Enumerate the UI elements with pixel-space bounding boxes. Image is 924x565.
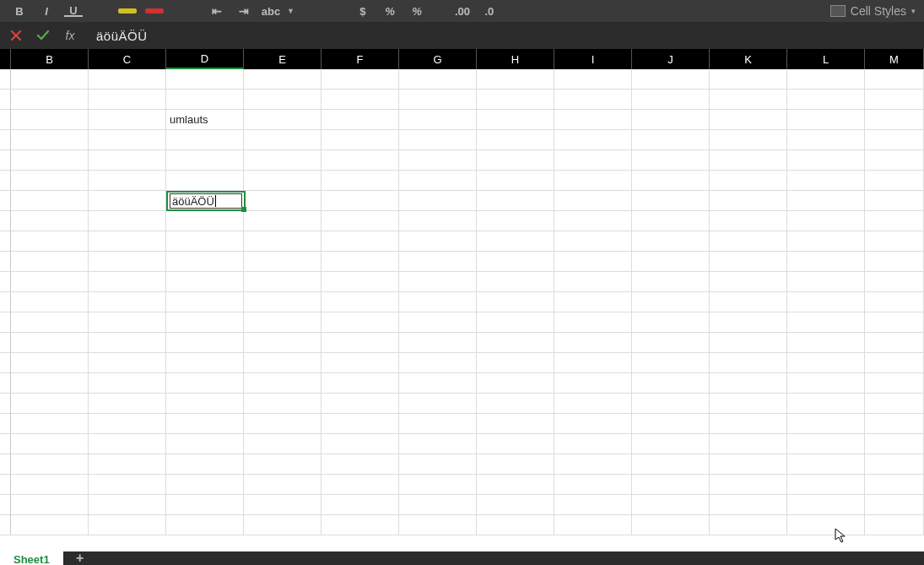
cell[interactable]: [632, 211, 710, 231]
cell[interactable]: [322, 272, 399, 292]
cell[interactable]: [89, 211, 166, 231]
cell[interactable]: [322, 191, 399, 211]
cell[interactable]: [477, 211, 554, 231]
cell[interactable]: [11, 394, 89, 414]
cell[interactable]: [11, 150, 89, 171]
cell[interactable]: [89, 312, 166, 333]
cell-styles-dropdown[interactable]: Cell Styles ▾: [830, 4, 916, 18]
cell[interactable]: [11, 211, 89, 231]
cell[interactable]: [89, 130, 166, 150]
cell[interactable]: [865, 171, 924, 191]
active-cell-editor[interactable]: äöüÄÖÜ: [166, 191, 246, 211]
cell[interactable]: [244, 292, 322, 312]
cell[interactable]: [865, 495, 924, 515]
cell[interactable]: [166, 69, 244, 90]
cell[interactable]: [632, 333, 710, 353]
cell[interactable]: [244, 373, 322, 394]
cell[interactable]: [89, 495, 166, 515]
cell[interactable]: [166, 373, 244, 394]
cell[interactable]: [11, 333, 89, 353]
cell[interactable]: [89, 191, 166, 211]
cell[interactable]: [477, 454, 554, 475]
cell[interactable]: [166, 333, 244, 353]
cell[interactable]: [710, 312, 787, 333]
cell[interactable]: [865, 150, 924, 171]
cell[interactable]: [554, 191, 632, 211]
cell[interactable]: [322, 69, 399, 90]
cell[interactable]: [89, 292, 166, 312]
percent-button-1[interactable]: %: [379, 3, 401, 19]
cell[interactable]: [89, 434, 166, 454]
cell[interactable]: [554, 454, 632, 475]
cell[interactable]: [166, 211, 244, 231]
cell[interactable]: [89, 475, 166, 495]
col-header-J[interactable]: J: [632, 49, 710, 69]
percent-button-2[interactable]: %: [406, 3, 428, 19]
cell[interactable]: [322, 130, 399, 150]
cell[interactable]: [554, 292, 632, 312]
cell[interactable]: [11, 231, 89, 252]
cell[interactable]: [787, 231, 865, 252]
cell[interactable]: [787, 292, 865, 312]
cell[interactable]: [632, 312, 710, 333]
cell[interactable]: [710, 434, 787, 454]
cell[interactable]: [632, 110, 710, 130]
cell[interactable]: [554, 252, 632, 272]
cell[interactable]: [11, 434, 89, 454]
row-header[interactable]: [0, 130, 11, 150]
cell[interactable]: [787, 130, 865, 150]
cell[interactable]: [865, 333, 924, 353]
cell[interactable]: [710, 515, 787, 535]
col-header-C[interactable]: C: [89, 49, 166, 69]
cell[interactable]: [166, 171, 244, 191]
cell[interactable]: [244, 394, 322, 414]
cell[interactable]: [399, 231, 477, 252]
cell[interactable]: [322, 90, 399, 110]
cell[interactable]: [244, 312, 322, 333]
row-header[interactable]: [0, 373, 11, 394]
cell[interactable]: [787, 353, 865, 373]
col-header-M[interactable]: M: [865, 49, 924, 69]
cell[interactable]: [477, 292, 554, 312]
cell[interactable]: [787, 110, 865, 130]
row-header[interactable]: [0, 454, 11, 475]
cell[interactable]: [89, 333, 166, 353]
col-header-I[interactable]: I: [554, 49, 632, 69]
cell[interactable]: [554, 414, 632, 434]
cell[interactable]: [244, 171, 322, 191]
cell[interactable]: [89, 150, 166, 171]
cell[interactable]: [554, 90, 632, 110]
cell[interactable]: [244, 333, 322, 353]
cell[interactable]: [865, 90, 924, 110]
cell[interactable]: [554, 495, 632, 515]
highlight-color-button[interactable]: [116, 3, 138, 19]
row-header[interactable]: [0, 495, 11, 515]
row-header[interactable]: [0, 434, 11, 454]
cell[interactable]: [322, 434, 399, 454]
cell[interactable]: [399, 414, 477, 434]
col-header-G[interactable]: G: [399, 49, 477, 69]
italic-button[interactable]: I: [35, 3, 57, 19]
cell[interactable]: [632, 475, 710, 495]
cell[interactable]: [554, 515, 632, 535]
cell[interactable]: [865, 434, 924, 454]
cell[interactable]: [865, 414, 924, 434]
cell[interactable]: [399, 191, 477, 211]
cell[interactable]: [11, 171, 89, 191]
cell[interactable]: [554, 353, 632, 373]
cell[interactable]: [477, 231, 554, 252]
cell[interactable]: [399, 211, 477, 231]
cell[interactable]: [244, 110, 322, 130]
cancel-edit-button[interactable]: [7, 26, 25, 45]
cell[interactable]: [399, 252, 477, 272]
underline-button[interactable]: U: [62, 3, 84, 19]
cell[interactable]: [632, 373, 710, 394]
cell[interactable]: [865, 272, 924, 292]
cell[interactable]: [787, 414, 865, 434]
cell[interactable]: [710, 495, 787, 515]
cell[interactable]: [554, 434, 632, 454]
row-header[interactable]: [0, 272, 11, 292]
cell[interactable]: [166, 90, 244, 110]
cell[interactable]: [477, 272, 554, 292]
cell[interactable]: [787, 495, 865, 515]
